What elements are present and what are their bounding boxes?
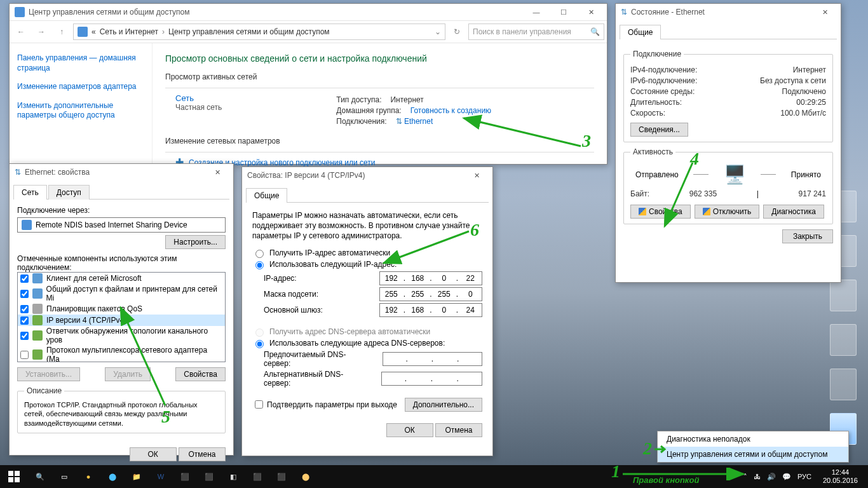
search-input[interactable]: Поиск в панели управления🔍 bbox=[468, 24, 604, 40]
taskbar-app-icon[interactable]: ⬛ bbox=[199, 466, 219, 487]
close-dialog-button[interactable]: Закрыть bbox=[782, 229, 833, 243]
tray-action-center-icon[interactable]: 💬 bbox=[782, 473, 791, 481]
ethernet-status-window: ⇅Состояние - Ethernet ✕ Общие Подключени… bbox=[615, 3, 841, 283]
cancel-button[interactable]: Отмена bbox=[435, 423, 482, 437]
close-button[interactable]: ✕ bbox=[463, 168, 490, 182]
install-button[interactable]: Установить... bbox=[17, 367, 80, 381]
svg-rect-2 bbox=[8, 477, 13, 482]
svg-rect-3 bbox=[15, 477, 20, 482]
ok-button[interactable]: ОК bbox=[386, 423, 433, 437]
homegroup-link[interactable]: Готовность к созданию bbox=[410, 106, 491, 115]
up-button[interactable]: ↑ bbox=[53, 23, 71, 41]
maximize-button[interactable]: ☐ bbox=[550, 5, 577, 19]
diagnose-button[interactable]: Диагностика bbox=[763, 205, 824, 219]
menu-item-troubleshoot[interactable]: Диагностика неполадок bbox=[658, 431, 848, 447]
ethernet-link[interactable]: ⇅ Ethernet bbox=[396, 117, 433, 126]
components-label: Отмеченные компоненты используются этим … bbox=[17, 254, 226, 272]
desktop-file-icon[interactable] bbox=[830, 369, 857, 400]
svg-rect-1 bbox=[15, 471, 20, 476]
forward-button[interactable]: → bbox=[32, 23, 50, 41]
disable-button[interactable]: Отключить bbox=[695, 205, 760, 219]
network-name: Сеть bbox=[175, 93, 222, 103]
manual-ip-radio[interactable] bbox=[255, 261, 264, 269]
taskbar-app-icon[interactable]: W bbox=[151, 466, 171, 487]
validate-checkbox[interactable]: Подтвердить параметры при выходе bbox=[252, 400, 400, 410]
tray-language[interactable]: РУС bbox=[797, 473, 811, 480]
tray-clock[interactable]: 12:4420.05.2016 bbox=[818, 468, 863, 485]
gateway-input[interactable]: 192.168.0.24 bbox=[379, 303, 482, 317]
tab-network[interactable]: Сеть bbox=[13, 185, 47, 200]
alternate-dns-input[interactable]: ... bbox=[381, 372, 482, 386]
section-label: Просмотр активных сетей bbox=[165, 72, 594, 81]
page-heading: Просмотр основных сведений о сети и наст… bbox=[165, 53, 594, 64]
menu-item-open-nsc[interactable]: Центр управления сетями и общим доступом bbox=[658, 447, 848, 462]
tray-chevron-icon[interactable]: ˄ bbox=[743, 473, 747, 481]
tab-general[interactable]: Общие bbox=[246, 188, 287, 203]
ethernet-icon: ⇅ bbox=[621, 8, 627, 17]
sharing-settings-link[interactable]: Изменить дополнительные параметры общего… bbox=[17, 101, 144, 121]
adapter-icon bbox=[22, 220, 32, 230]
minimize-button[interactable]: — bbox=[523, 5, 550, 19]
ip-address-input[interactable]: 192.168.0.22 bbox=[379, 271, 482, 285]
ethernet-icon: ⇅ bbox=[15, 168, 21, 177]
annotation-number: 3 bbox=[582, 131, 591, 151]
annotation-number: 6 bbox=[470, 220, 479, 240]
titlebar[interactable]: ⇅Ethernet: свойства ✕ bbox=[10, 164, 233, 180]
component-icon bbox=[32, 304, 43, 314]
address-bar[interactable]: « Сеть и Интернет › Центр управления сет… bbox=[73, 24, 445, 40]
ok-button[interactable]: ОК bbox=[130, 447, 177, 461]
subnet-mask-input[interactable]: 255.255.255.0 bbox=[379, 287, 482, 301]
taskbar-app-icon[interactable]: ⬤ bbox=[295, 466, 316, 487]
tab-general[interactable]: Общие bbox=[620, 25, 661, 39]
tray-volume-icon[interactable]: 🔊 bbox=[767, 473, 776, 481]
start-button[interactable] bbox=[0, 465, 28, 488]
annotation-label: Правой кнопкой bbox=[633, 475, 699, 485]
titlebar[interactable]: Центр управления сетями и общим доступом… bbox=[10, 4, 607, 20]
taskbar-app-icon[interactable]: ⬛ bbox=[271, 466, 292, 487]
manual-dns-radio[interactable] bbox=[255, 340, 264, 348]
close-button[interactable]: ✕ bbox=[578, 5, 604, 19]
auto-ip-radio[interactable] bbox=[255, 250, 264, 258]
tab-sharing[interactable]: Доступ bbox=[48, 185, 90, 200]
taskbar-app-icon[interactable]: ⬛ bbox=[247, 466, 268, 487]
back-button[interactable]: ← bbox=[12, 23, 30, 41]
window-title: Свойства: IP версии 4 (TCP/IPv4) bbox=[247, 171, 365, 180]
details-button[interactable]: Сведения... bbox=[630, 123, 688, 137]
tray-network-icon[interactable]: 🖧 bbox=[754, 473, 761, 480]
taskbar-app-icon[interactable]: ⬛ bbox=[175, 466, 195, 487]
taskbar-app-icon[interactable]: ● bbox=[78, 466, 98, 487]
desktop-file-icon[interactable] bbox=[830, 280, 857, 311]
home-link[interactable]: Панель управления — домашняя страница bbox=[17, 53, 144, 73]
ipv4-properties-window: Свойства: IP версии 4 (TCP/IPv4) ✕ Общие… bbox=[241, 166, 493, 456]
close-button[interactable]: ✕ bbox=[811, 5, 838, 19]
breadcrumb[interactable]: Сеть и Интернет bbox=[100, 27, 158, 36]
control-panel-icon bbox=[15, 7, 25, 17]
components-list[interactable]: Клиент для сетей Microsoft Общий доступ … bbox=[17, 272, 226, 362]
description-text: Протокол TCP/IP. Стандартный протокол гл… bbox=[24, 400, 219, 428]
annotation-number: 5 bbox=[161, 407, 170, 427]
taskbar-app-icon[interactable]: 📁 bbox=[126, 466, 147, 487]
cancel-button[interactable]: Отмена bbox=[179, 447, 226, 461]
titlebar[interactable]: ⇅Состояние - Ethernet ✕ bbox=[616, 4, 841, 20]
desktop-file-icon[interactable] bbox=[830, 324, 857, 356]
configure-button[interactable]: Настроить... bbox=[165, 235, 226, 249]
refresh-button[interactable]: ↻ bbox=[448, 23, 466, 41]
adapter-settings-link[interactable]: Изменение параметров адаптера bbox=[17, 82, 144, 92]
uninstall-button[interactable]: Удалить bbox=[105, 367, 151, 381]
search-icon[interactable]: 🔍 bbox=[30, 466, 50, 487]
advanced-button[interactable]: Дополнительно... bbox=[405, 398, 482, 412]
close-button[interactable]: ✕ bbox=[204, 165, 231, 179]
annotation-number: 1 bbox=[611, 461, 620, 482]
annotation-number: 4 bbox=[690, 149, 699, 169]
component-icon bbox=[32, 330, 43, 341]
breadcrumb[interactable]: Центр управления сетями и общим доступом bbox=[168, 27, 330, 36]
ethernet-properties-window: ⇅Ethernet: свойства ✕ Сеть Доступ Подклю… bbox=[9, 163, 234, 456]
taskbar-app-icon[interactable]: ◧ bbox=[223, 466, 243, 487]
taskbar-app-icon[interactable]: ⬤ bbox=[102, 466, 123, 487]
connection-group: Подключение IPv4-подключение:Интернет IP… bbox=[623, 50, 833, 142]
preferred-dns-input[interactable]: ... bbox=[383, 352, 482, 366]
task-view-icon[interactable]: ▭ bbox=[54, 466, 74, 487]
properties-button[interactable]: Свойства bbox=[630, 205, 691, 219]
titlebar[interactable]: Свойства: IP версии 4 (TCP/IPv4) ✕ bbox=[242, 167, 492, 184]
component-properties-button[interactable]: Свойства bbox=[175, 367, 226, 381]
